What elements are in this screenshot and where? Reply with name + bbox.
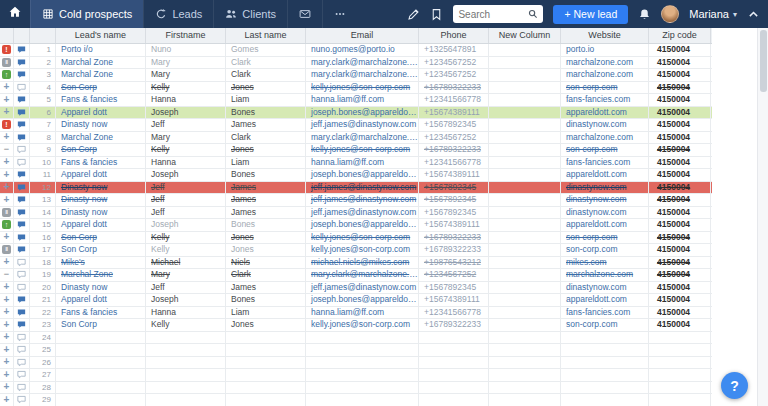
comment-outline-icon[interactable]: [17, 345, 26, 354]
website-link[interactable]: son-corp.com: [561, 232, 649, 244]
new-column-cell[interactable]: [489, 244, 561, 256]
website-link[interactable]: [561, 394, 649, 406]
tab-leads[interactable]: Leads: [143, 0, 213, 28]
email-link[interactable]: [306, 382, 419, 394]
comment-filled-icon[interactable]: [17, 45, 26, 54]
comment-outline-icon[interactable]: [17, 395, 26, 404]
zip-cell[interactable]: 4150004: [649, 157, 711, 169]
website-link[interactable]: appareldott.com: [561, 107, 649, 119]
zip-cell[interactable]: 4150004: [649, 269, 711, 281]
comment-filled-icon[interactable]: [17, 245, 26, 254]
website-link[interactable]: fans-fancies.com: [561, 307, 649, 319]
firstname-cell[interactable]: Jeff: [146, 207, 226, 219]
add-lead-icon[interactable]: +: [4, 107, 10, 117]
firstname-cell[interactable]: [146, 344, 226, 356]
column-header[interactable]: New Column: [489, 28, 561, 43]
firstname-cell[interactable]: Mary: [146, 57, 226, 69]
comment-filled-icon[interactable]: [17, 208, 26, 217]
new-column-cell[interactable]: [489, 394, 561, 406]
lastname-cell[interactable]: Clark: [226, 69, 306, 81]
zip-cell[interactable]: 4150004: [649, 219, 711, 231]
new-column-cell[interactable]: [489, 119, 561, 131]
email-link[interactable]: jeff.james@dinastynow.com: [306, 182, 419, 194]
comment-outline-icon[interactable]: [17, 370, 26, 379]
lead-name-link[interactable]: Son Corp: [56, 244, 146, 256]
website-link[interactable]: [561, 369, 649, 381]
column-header[interactable]: Lead's name: [56, 28, 146, 43]
lead-name-link[interactable]: Fans & fancies: [56, 307, 146, 319]
email-link[interactable]: [306, 357, 419, 369]
zip-cell[interactable]: 4150004: [649, 132, 711, 144]
comment-filled-icon[interactable]: [17, 170, 26, 179]
zip-cell[interactable]: [649, 369, 711, 381]
zip-cell[interactable]: [649, 357, 711, 369]
lastname-cell[interactable]: Jones: [226, 244, 306, 256]
new-column-cell[interactable]: [489, 107, 561, 119]
firstname-cell[interactable]: [146, 332, 226, 344]
lastname-cell[interactable]: Gomes: [226, 44, 306, 56]
lead-name-link[interactable]: Mike's: [56, 257, 146, 269]
add-lead-icon[interactable]: +: [4, 307, 10, 317]
website-link[interactable]: porto.io: [561, 44, 649, 56]
status-won-icon[interactable]: ↑: [2, 220, 11, 229]
new-column-cell[interactable]: [489, 307, 561, 319]
lead-name-link[interactable]: Son Corp: [56, 144, 146, 156]
email-link[interactable]: mary.clark@marchalzone.com: [306, 69, 419, 81]
column-header[interactable]: Website: [561, 28, 649, 43]
column-header[interactable]: Zip code: [649, 28, 711, 43]
lead-name-link[interactable]: Son Corp: [56, 232, 146, 244]
phone-cell[interactable]: [419, 357, 489, 369]
new-column-cell[interactable]: [489, 369, 561, 381]
email-link[interactable]: michael.niels@mikes.com: [306, 257, 419, 269]
lastname-cell[interactable]: [226, 369, 306, 381]
lead-name-link[interactable]: Marchal Zone: [56, 69, 146, 81]
zip-cell[interactable]: 4150004: [649, 107, 711, 119]
new-column-cell[interactable]: [489, 219, 561, 231]
zip-cell[interactable]: 4150004: [649, 319, 711, 331]
zip-cell[interactable]: 4150004: [649, 169, 711, 181]
lead-name-link[interactable]: [56, 344, 146, 356]
lastname-cell[interactable]: James: [226, 207, 306, 219]
email-link[interactable]: kelly.jones@son-corp.com: [306, 144, 419, 156]
add-lead-icon[interactable]: +: [4, 370, 10, 380]
email-link[interactable]: joseph.bones@appareldott.com: [306, 294, 419, 306]
firstname-cell[interactable]: Kelly: [146, 319, 226, 331]
firstname-cell[interactable]: Mary: [146, 69, 226, 81]
website-link[interactable]: mikes.com: [561, 257, 649, 269]
add-lead-icon[interactable]: +: [4, 357, 10, 367]
lead-name-link[interactable]: [56, 357, 146, 369]
zip-cell[interactable]: 4150004: [649, 257, 711, 269]
firstname-cell[interactable]: Kelly: [146, 244, 226, 256]
new-column-cell[interactable]: [489, 319, 561, 331]
new-column-cell[interactable]: [489, 257, 561, 269]
comment-outline-icon[interactable]: [17, 258, 26, 267]
website-link[interactable]: son-corp.com: [561, 319, 649, 331]
phone-cell[interactable]: +1234567252: [419, 269, 489, 281]
email-link[interactable]: joseph.bones@appareldott.com: [306, 169, 419, 181]
email-link[interactable]: joseph.bones@appareldott.com: [306, 219, 419, 231]
bookmark-icon[interactable]: [430, 8, 443, 21]
chevron-up-icon[interactable]: [747, 8, 760, 21]
add-lead-icon[interactable]: +: [4, 257, 10, 267]
add-lead-icon[interactable]: +: [4, 320, 10, 330]
comment-filled-icon[interactable]: [17, 295, 26, 304]
lead-name-link[interactable]: Dinasty now: [56, 207, 146, 219]
comment-outline-icon[interactable]: [17, 333, 26, 342]
website-link[interactable]: [561, 344, 649, 356]
zip-cell[interactable]: 4150004: [649, 44, 711, 56]
comment-filled-icon[interactable]: [17, 308, 26, 317]
add-lead-icon[interactable]: +: [4, 195, 10, 205]
phone-cell[interactable]: +15674389111: [419, 294, 489, 306]
lead-name-link[interactable]: Apparel dott: [56, 294, 146, 306]
firstname-cell[interactable]: Michael: [146, 257, 226, 269]
firstname-cell[interactable]: Hanna: [146, 307, 226, 319]
new-column-cell[interactable]: [489, 194, 561, 206]
email-link[interactable]: kelly.jones@son-corp.com: [306, 319, 419, 331]
lastname-cell[interactable]: James: [226, 282, 306, 294]
website-link[interactable]: marchalzone.com: [561, 69, 649, 81]
website-link[interactable]: [561, 332, 649, 344]
lastname-cell[interactable]: [226, 332, 306, 344]
lastname-cell[interactable]: Bones: [226, 219, 306, 231]
new-column-cell[interactable]: [489, 94, 561, 106]
tab-clients[interactable]: Clients: [213, 0, 287, 28]
